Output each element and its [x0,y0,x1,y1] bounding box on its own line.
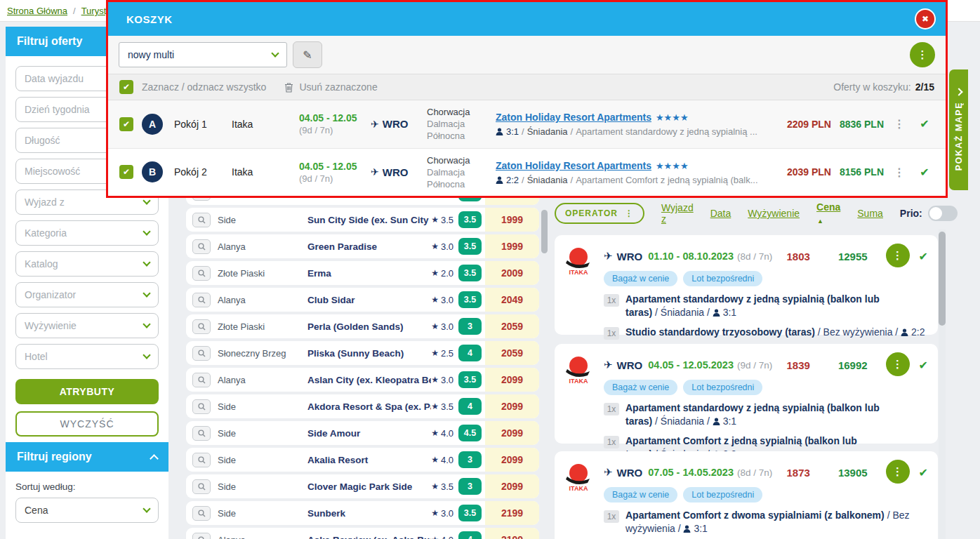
magnifier-button[interactable] [192,319,211,334]
offer-selected-check-icon[interactable]: ✔ [919,359,928,372]
room-name: Studio standardowy trzyosobowy (taras) [625,326,815,338]
separator: / [522,175,524,185]
cart-toolbar: ✔ Zaznacz / odznacz wszystko Usuń zaznac… [108,74,946,100]
hotel-price: 2059 [485,314,539,338]
chevron-down-icon [143,197,150,204]
person-icon [901,328,908,336]
hotel-price: 2199 [485,501,539,525]
separator: / [678,523,681,534]
category-select[interactable]: Kategoria [15,220,159,246]
star-icon: ★ [431,321,439,331]
item-menu-button[interactable]: ⋮ [884,166,915,179]
attributes-button[interactable]: ATRYBUTY [15,379,159,404]
magnifier-button[interactable] [192,426,211,441]
hotel-name: Sun City Side (ex. Sun City Apart... [307,215,431,225]
clear-button[interactable]: WYCZYŚĆ [15,411,159,437]
results-scrollbar[interactable] [939,232,946,326]
star-value: 3.0 [441,375,453,385]
hotel-row[interactable]: Złote Piaski Erma ★2.0 3.5 2009 [186,261,539,285]
hotel-link[interactable]: Zaton Holiday Resort Apartments [496,160,651,171]
hotel-city: Alanya [218,295,307,305]
separator: / [571,126,574,137]
magnifier-button[interactable] [192,453,211,467]
offer-menu-button[interactable]: ⋮ [886,460,910,484]
hotel-row[interactable]: Side Sunberk ★3.0 3.5 2199 [186,501,539,525]
breadcrumb-home-link[interactable]: Strona Główna [7,6,67,16]
hotel-row[interactable]: Słoneczny Brzeg Pliska (Sunny Beach) ★2.… [186,341,539,365]
hotel-name: Side Amour [307,428,431,439]
sort-select[interactable]: Cena [15,498,159,523]
hotel-row[interactable]: Złote Piaski Perla (Golden Sands) ★3.0 3… [186,314,539,338]
plane-icon: ✈ [604,250,613,262]
item-region: Chorwacja Dalmacja Północna [427,106,496,142]
magnifier-button[interactable] [192,346,211,361]
sort-link-price[interactable]: Cena [816,201,840,213]
remove-selected-button[interactable]: Usuń zaznaczone [284,81,377,93]
offer-airport: WRO [617,251,643,262]
magnifier-button[interactable] [192,533,211,539]
sort-link-price-group[interactable]: Cena▲ [816,201,840,226]
hotel-link[interactable]: Zaton Holiday Resort Apartments [496,112,651,123]
offer-menu-button[interactable]: ⋮ [886,244,910,267]
offer-selected-check-icon[interactable]: ✔ [919,250,928,263]
offer-card-main: ✈ WRO 07.05 - 14.05.2023 (8d / 7n) 1873 … [604,460,928,539]
edit-list-button[interactable]: ✎ [293,41,322,68]
magnifier-button[interactable] [192,239,211,254]
hotel-row[interactable]: Alanya Aska Bayview (ex. Aska Buse) ★4.0… [186,528,539,539]
region-area: Dalmacja [427,166,496,178]
plane-icon: ✈ [604,359,613,371]
hotel-row[interactable]: Side Akalia Resort ★4.0 3 2099 [186,448,539,472]
offer-room: 1x Apartament standardowy z jedną sypial… [604,401,928,428]
hotel-row[interactable]: Alanya Club Sidar ★3.0 3.5 2049 [186,288,539,312]
item-checkbox[interactable]: ✔ [119,117,133,131]
offer-room: 1x Apartament standardowy z jedną sypial… [604,293,928,319]
catalog-select[interactable]: Katalog [15,251,159,277]
offer-menu-button[interactable]: ⋮ [886,352,910,376]
hotel-price: 2099 [485,474,539,498]
plane-icon: ✈ [604,466,613,479]
hotel-star-rating: ★2.5 [431,348,453,359]
regions-header[interactable]: Filtruj regiony [6,442,168,472]
magnifier-button[interactable] [192,213,211,227]
magnifier-button[interactable] [192,266,211,281]
offer-duration: (9d / 7n) [737,360,772,371]
hotel-select[interactable]: Hotel [15,344,159,369]
item-letter-badge: B [142,161,163,182]
organizer-select[interactable]: Organizator [15,282,159,307]
board-select[interactable]: Wyżywienie [15,313,159,338]
cart-list-select[interactable]: nowy multi [119,42,287,67]
magnifier-button[interactable] [192,506,211,521]
select-all-checkbox[interactable]: ✔ [119,80,133,94]
magnifier-button[interactable] [192,479,211,494]
magnifier-button[interactable] [192,293,211,307]
sort-link-departure[interactable]: Wyjazd z [661,202,694,225]
check-icon: ✔ [123,82,130,92]
show-map-tab[interactable]: POKAŻ MAPĘ [949,69,968,190]
operator-filter-button[interactable]: OPERATOR ⋮ [555,203,644,224]
hotel-row[interactable]: Alanya Green Paradise ★3.0 3.5 1999 [186,234,539,258]
hotel-row[interactable]: Side Clover Magic Park Side ★3.5 3 2099 [186,474,539,498]
hotel-row[interactable]: Side Akdora Resort & Spa (ex. Palmiy... … [186,394,539,418]
star-value: 3.0 [441,508,453,519]
hotel-row[interactable]: Side Side Amour ★4.0 4.5 2099 [186,421,539,445]
offer-card: ITAKA ✈ WRO 04.05 - 12.05.2023 (9d / 7n)… [555,344,938,444]
magnifier-button[interactable] [192,373,211,387]
close-button[interactable]: ✖ [915,8,936,29]
hotel-row[interactable]: Side Sun City Side (ex. Sun City Apart..… [186,208,539,232]
person-icon [713,418,720,425]
offer-selected-check-icon[interactable]: ✔ [919,466,928,479]
cart-menu-button[interactable]: ⋮ [910,42,935,67]
sort-link-sum[interactable]: Suma [857,208,883,219]
item-checkbox[interactable]: ✔ [119,165,133,179]
hotel-name: Akdora Resort & Spa (ex. Palmiy... [307,401,431,412]
prio-toggle[interactable] [928,206,958,221]
offer-card-main: ✈ WRO 04.05 - 12.05.2023 (9d / 7n) 1839 … [604,353,928,437]
sort-link-board[interactable]: Wyżywienie [748,208,800,219]
item-region: Chorwacja Dalmacja Północna [427,154,496,190]
star-icon: ★ [431,508,439,518]
item-menu-button[interactable]: ⋮ [884,117,915,131]
sort-link-date[interactable]: Data [710,208,731,219]
magnifier-button[interactable] [192,399,211,414]
hotel-list-scrollbar[interactable] [541,210,548,253]
hotel-row[interactable]: Alanya Aslan City (ex. Kleopatra Beste) … [186,368,539,392]
